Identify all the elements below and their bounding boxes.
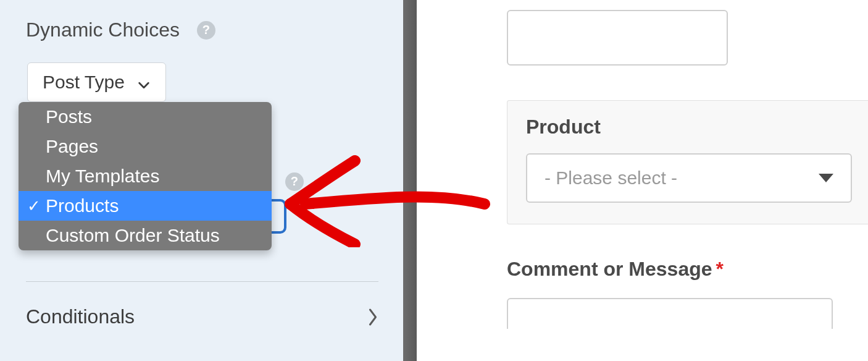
dynamic-choices-text: Dynamic Choices: [26, 19, 180, 41]
dropdown-item-products[interactable]: ✓ Products: [19, 191, 272, 221]
chevron-right-icon: [367, 308, 378, 326]
dropdown-item-label: Posts: [46, 106, 92, 127]
dropdown-item-my-templates[interactable]: My Templates: [19, 161, 272, 191]
dropdown-item-posts[interactable]: Posts: [19, 102, 272, 132]
conditionals-label: Conditionals: [26, 305, 135, 328]
dropdown-item-label: My Templates: [46, 166, 160, 187]
product-field-label: Product: [526, 116, 868, 138]
section-divider: [26, 281, 378, 282]
product-select[interactable]: - Please select -: [526, 153, 852, 203]
dropdown-item-label: Pages: [46, 136, 98, 157]
dropdown-item-label: Custom Order Status: [46, 225, 220, 246]
required-asterisk: *: [716, 258, 724, 280]
sidebar-scrollbar[interactable]: [403, 0, 417, 361]
chevron-down-icon: [137, 75, 151, 89]
post-type-dropdown-menu: Posts Pages My Templates ✓ Products Cust…: [19, 102, 272, 250]
help-icon[interactable]: ?: [197, 21, 215, 40]
dropdown-item-custom-order-status[interactable]: Custom Order Status: [19, 221, 272, 250]
product-field-block: Product - Please select -: [507, 100, 868, 224]
comment-textarea[interactable]: [507, 298, 833, 329]
form-preview: Product - Please select - Comment or Mes…: [417, 0, 868, 361]
product-select-placeholder: - Please select -: [545, 168, 677, 189]
help-icon[interactable]: ?: [285, 172, 304, 191]
dynamic-choices-label: Dynamic Choices ?: [26, 19, 391, 41]
settings-sidebar: Dynamic Choices ? Post Type e ? Posts Pa…: [0, 0, 417, 361]
comment-label-text: Comment or Message: [507, 258, 712, 280]
dropdown-item-pages[interactable]: Pages: [19, 132, 272, 161]
post-type-select-value: Post Type: [43, 72, 125, 93]
conditionals-section-toggle[interactable]: Conditionals: [26, 305, 378, 328]
check-icon: ✓: [27, 197, 46, 216]
caret-down-icon: [819, 174, 833, 182]
dropdown-item-label: Products: [46, 195, 119, 216]
text-input[interactable]: [507, 10, 728, 66]
post-type-select-button[interactable]: Post Type: [27, 62, 166, 102]
comment-field-label: Comment or Message*: [507, 258, 868, 281]
